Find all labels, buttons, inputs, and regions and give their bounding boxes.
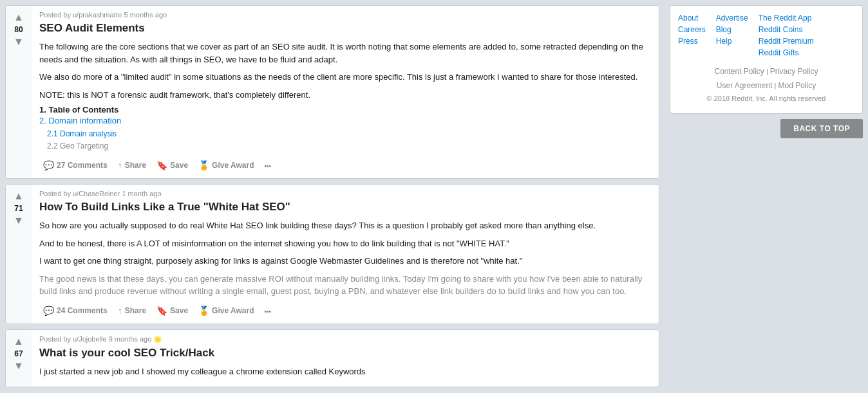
downvote-button[interactable] — [12, 35, 25, 48]
upvote-icon — [14, 12, 24, 23]
body-paragraph: We also do more of a "limited audit" in … — [39, 71, 651, 84]
action-bar: 27 Comments Share Save Give Award — [39, 158, 651, 173]
post-meta: Posted by u/ChaseReiner 1 month ago — [39, 190, 651, 197]
footer-legal: Content Policy | Privacy Policy User Agr… — [678, 65, 854, 105]
vote-count: 71 — [14, 204, 23, 213]
vote-column: 80 — [6, 6, 32, 178]
save-button[interactable]: Save — [153, 158, 192, 173]
share-label: Share — [125, 161, 146, 170]
upvote-button[interactable] — [12, 335, 25, 348]
body-paragraph: So how are you actually supposed to do r… — [39, 219, 651, 232]
mod-policy-link[interactable]: Mod Policy — [778, 81, 816, 90]
more-icon — [264, 306, 271, 316]
footer-link-help[interactable]: Help — [716, 37, 748, 46]
post-meta: Posted by u/Jojobelle 9 months ago 🌟 — [39, 335, 651, 343]
body-paragraph: NOTE: this is NOT a forensic audit frame… — [39, 89, 651, 102]
vote-column: 67 — [6, 330, 32, 387]
comments-label: 24 Comments — [57, 306, 108, 315]
upvote-icon — [14, 336, 24, 347]
footer-link-careers[interactable]: Careers — [678, 25, 706, 34]
back-to-top-button[interactable]: BACK TO TOP — [780, 119, 863, 138]
post-title: What is your cool SEO Trick/Hack — [39, 346, 651, 360]
body-paragraph: The good news is that these days, you ca… — [39, 273, 651, 298]
upvote-button[interactable] — [12, 190, 25, 203]
footer-col-1: About Careers Press — [678, 14, 706, 57]
downvote-button[interactable] — [12, 214, 25, 227]
footer-link-about[interactable]: About — [678, 14, 706, 23]
sidebar: About Careers Press Advertise Blog Help … — [670, 5, 863, 387]
save-icon — [156, 306, 167, 316]
downvote-icon — [14, 360, 24, 371]
post-body: I just started a new job and I showed my… — [39, 365, 651, 378]
give-award-icon — [198, 306, 209, 316]
toc-section: 1. Table of Contents 2. Domain informati… — [39, 105, 651, 152]
comments-label: 27 Comments — [57, 161, 108, 170]
comments-button[interactable]: 24 Comments — [39, 303, 111, 318]
footer-link-reddit-coins[interactable]: Reddit Coins — [759, 25, 814, 34]
copyright-text: © 2018 Reddit, Inc. All rights reserved — [678, 93, 854, 105]
toc-item[interactable]: 2. Domain information — [39, 114, 651, 128]
comment-icon — [43, 306, 54, 316]
give-award-label: Give Award — [212, 306, 254, 315]
post-content: Posted by u/Jojobelle 9 months ago 🌟 Wha… — [32, 330, 659, 387]
post-title: SEO Audit Elements — [39, 21, 651, 35]
footer-link-reddit-premium[interactable]: Reddit Premium — [759, 37, 814, 46]
upvote-button[interactable] — [12, 11, 25, 24]
vote-column: 71 — [6, 185, 32, 324]
vote-count: 67 — [14, 349, 23, 358]
body-paragraph: I want to get one thing straight, purpos… — [39, 255, 651, 268]
post-card: 80 Posted by u/prakashmatre 5 months ago… — [5, 5, 659, 179]
back-to-top-container: BACK TO TOP — [670, 119, 863, 138]
post-title: How To Build Links Like a True "White Ha… — [39, 200, 651, 214]
comments-button[interactable]: 27 Comments — [39, 158, 111, 173]
footer-link-reddit-gifts[interactable]: Reddit Gifts — [759, 48, 814, 57]
post-body: The following are the core sections that… — [39, 41, 651, 101]
main-feed: 80 Posted by u/prakashmatre 5 months ago… — [5, 5, 659, 387]
footer-col-3: The Reddit App Reddit Coins Reddit Premi… — [759, 14, 814, 57]
sidebar-footer-card: About Careers Press Advertise Blog Help … — [670, 5, 863, 114]
toc-heading: 1. Table of Contents — [39, 105, 651, 114]
vote-count: 80 — [14, 25, 23, 34]
downvote-icon — [14, 215, 24, 226]
give-award-icon — [198, 160, 209, 170]
footer-col-2: Advertise Blog Help — [716, 14, 748, 57]
share-button[interactable]: Share — [114, 303, 150, 318]
give-award-button[interactable]: Give Award — [194, 303, 258, 318]
more-button[interactable] — [260, 158, 275, 173]
share-label: Share — [125, 306, 146, 315]
toc-sub-item[interactable]: 2.1 Domain analysis — [39, 128, 651, 140]
post-content: Posted by u/prakashmatre 5 months ago SE… — [32, 6, 659, 178]
share-icon — [118, 306, 122, 316]
share-button[interactable]: Share — [114, 158, 150, 173]
body-paragraph: I just started a new job and I showed my… — [39, 365, 651, 378]
action-bar: 24 Comments Share Save Give Award — [39, 303, 651, 318]
post-content: Posted by u/ChaseReiner 1 month ago How … — [32, 185, 659, 324]
toc-sub-item[interactable]: 2.2 Geo Targeting — [39, 140, 651, 152]
save-label: Save — [170, 161, 188, 170]
user-agreement-link[interactable]: User Agreement — [717, 81, 773, 90]
save-label: Save — [170, 306, 188, 315]
comment-icon — [43, 160, 54, 170]
save-button[interactable]: Save — [153, 303, 192, 318]
post-card: 67 Posted by u/Jojobelle 9 months ago 🌟 … — [5, 329, 659, 388]
footer-links: About Careers Press Advertise Blog Help … — [678, 14, 854, 57]
footer-link-advertise[interactable]: Advertise — [716, 14, 748, 23]
privacy-policy-link[interactable]: Privacy Policy — [770, 67, 818, 76]
post-body: So how are you actually supposed to do r… — [39, 219, 651, 298]
save-icon — [156, 160, 167, 170]
content-policy-link[interactable]: Content Policy — [714, 67, 764, 76]
footer-link-reddit-app[interactable]: The Reddit App — [759, 14, 814, 23]
give-award-label: Give Award — [212, 161, 254, 170]
footer-link-blog[interactable]: Blog — [716, 25, 748, 34]
body-paragraph: And to be honest, there is A LOT of misi… — [39, 237, 651, 250]
more-button[interactable] — [260, 303, 275, 318]
upvote-icon — [14, 190, 24, 201]
give-award-button[interactable]: Give Award — [194, 158, 258, 173]
share-icon — [118, 160, 122, 170]
downvote-button[interactable] — [12, 360, 25, 372]
more-icon — [264, 160, 271, 170]
post-card: 71 Posted by u/ChaseReiner 1 month ago H… — [5, 184, 659, 324]
downvote-icon — [14, 36, 24, 47]
footer-link-press[interactable]: Press — [678, 37, 706, 46]
body-paragraph: The following are the core sections that… — [39, 41, 651, 66]
